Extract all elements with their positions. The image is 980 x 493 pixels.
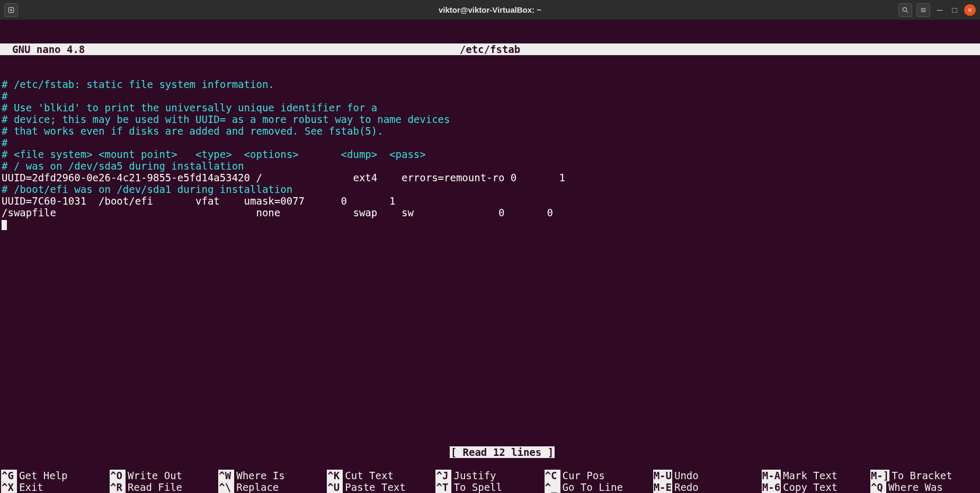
shortcut-go-to-line[interactable]: ^_Go To Line [545, 481, 653, 493]
comment-line: # [2, 137, 7, 148]
shortcut-undo[interactable]: M-UUndo [653, 470, 762, 481]
shortcut-redo[interactable]: M-ERedo [653, 481, 762, 493]
fstab-entry-line: UUID=7C60-1031 /boot/efi vfat umask=0077… [2, 195, 396, 207]
menu-button[interactable] [916, 3, 930, 17]
comment-line: # [2, 90, 7, 102]
shortcut-cur-pos[interactable]: ^CCur Pos [545, 470, 653, 481]
shortcut-cut-text[interactable]: ^KCut Text [327, 470, 435, 481]
comment-line: # that works even if disks are added and… [2, 125, 384, 137]
shortcut-where-is[interactable]: ^WWhere Is [218, 470, 327, 481]
shortcut-exit[interactable]: ^XExit [1, 481, 110, 493]
comment-line: # /etc/fstab: static file system informa… [2, 78, 274, 90]
terminal[interactable]: GNU nano 4.8 /etc/fstab # /etc/fstab: st… [0, 20, 980, 493]
comment-line: # Use 'blkid' to print the universally u… [2, 102, 377, 113]
search-button[interactable] [898, 3, 912, 17]
maximize-button[interactable]: □ [949, 5, 960, 14]
comment-line: # <file system> <mount point> <type> <op… [2, 148, 426, 160]
svg-line-4 [906, 11, 907, 12]
shortcut-justify[interactable]: ^JJustify [435, 470, 544, 481]
svg-point-3 [903, 7, 906, 11]
shortcut-write-out[interactable]: ^OWrite Out [110, 470, 218, 481]
comment-line: # device; this may be used with UUID= as… [2, 113, 450, 125]
nano-file-name: /etc/fstab [460, 43, 520, 55]
shortcut-to-spell[interactable]: ^TTo Spell [435, 481, 544, 493]
titlebar: viktor@viktor-VirtualBox: ~ ─ □ [0, 0, 980, 20]
shortcut-mark-text[interactable]: M-AMark Text [762, 470, 870, 481]
shortcut-paste-text[interactable]: ^UPaste Text [327, 481, 435, 493]
text-cursor [2, 220, 7, 230]
minimize-button[interactable]: ─ [934, 5, 945, 14]
window-title: viktor@viktor-VirtualBox: ~ [439, 5, 541, 14]
shortcut-to-bracket[interactable]: M-]To Bracket [870, 470, 979, 481]
shortcut-replace[interactable]: ^\Replace [218, 481, 327, 493]
shortcut-get-help[interactable]: ^GGet Help [1, 470, 110, 481]
close-button[interactable] [964, 4, 976, 16]
fstab-entry-line: /swapfile none swap sw 0 0 [2, 207, 553, 218]
file-content[interactable]: # /etc/fstab: static file system informa… [2, 78, 978, 230]
nano-header: GNU nano 4.8 /etc/fstab [0, 43, 980, 55]
shortcut-read-file[interactable]: ^RRead File [110, 481, 218, 493]
comment-line: # / was on /dev/sda5 during installation [2, 160, 244, 172]
comment-line: # /boot/efi was on /dev/sda1 during inst… [2, 183, 292, 195]
fstab-entry-line: UUID=2dfd2960-0e26-4c21-9855-e5fd14a5342… [2, 172, 565, 183]
nano-app-name: GNU nano 4.8 [2, 43, 85, 55]
shortcut-copy-text[interactable]: M-6Copy Text [762, 481, 870, 493]
status-badge: [ Read 12 lines ] [450, 446, 555, 458]
nano-status-line: [ Read 12 lines ] [0, 435, 980, 470]
new-tab-button[interactable] [4, 3, 18, 17]
shortcut-bar: ^GGet Help ^OWrite Out ^WWhere Is ^KCut … [0, 470, 980, 493]
shortcut-where-was[interactable]: ^QWhere Was [870, 481, 979, 493]
